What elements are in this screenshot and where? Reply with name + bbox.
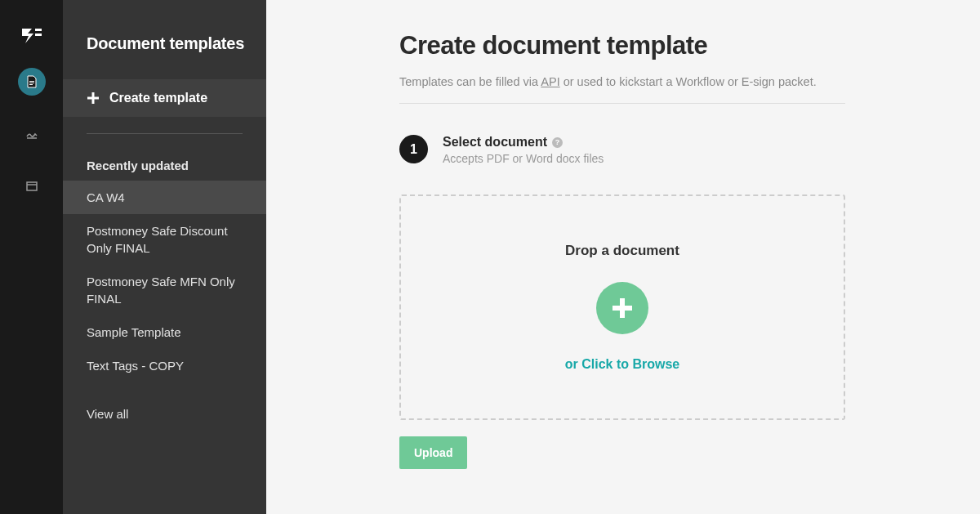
- main-divider: [399, 103, 845, 104]
- sidebar-title: Document templates: [63, 0, 266, 53]
- svg-rect-2: [29, 84, 33, 85]
- recent-heading: Recently updated: [63, 134, 266, 181]
- api-link[interactable]: API: [541, 75, 559, 88]
- step-number-badge: 1: [399, 135, 428, 163]
- template-item[interactable]: CA W4: [63, 181, 266, 214]
- main-content: Create document template Templates can b…: [266, 0, 980, 514]
- template-list: CA W4 Postmoney Safe Discount Only FINAL…: [63, 181, 266, 382]
- template-item[interactable]: Text Tags - COPY: [63, 349, 266, 382]
- form-nav-icon[interactable]: [18, 172, 46, 200]
- templates-nav-icon[interactable]: [18, 68, 46, 96]
- svg-rect-1: [29, 83, 34, 83]
- signature-nav-icon[interactable]: [18, 120, 46, 148]
- help-icon[interactable]: ?: [552, 137, 563, 148]
- create-template-button[interactable]: Create template: [63, 79, 266, 117]
- browse-link[interactable]: or Click to Browse: [565, 357, 679, 372]
- logo[interactable]: [22, 29, 42, 43]
- step-info: Select document ? Accepts PDF or Word do…: [443, 135, 604, 165]
- step-header: 1 Select document ? Accepts PDF or Word …: [399, 135, 915, 165]
- upload-button[interactable]: Upload: [399, 436, 467, 469]
- create-template-label: Create template: [109, 91, 207, 105]
- page-subtitle: Templates can be filled via API or used …: [399, 75, 915, 88]
- drop-plus-icon: [596, 282, 648, 334]
- plus-icon: [87, 92, 100, 105]
- svg-rect-9: [612, 306, 632, 311]
- svg-rect-4: [27, 182, 37, 190]
- drop-zone[interactable]: Drop a document or Click to Browse: [399, 194, 845, 420]
- svg-rect-0: [29, 81, 34, 82]
- template-item[interactable]: Postmoney Safe MFN Only FINAL: [63, 265, 266, 315]
- drop-title: Drop a document: [565, 243, 679, 259]
- sidebar: Document templates Create template Recen…: [63, 0, 266, 514]
- template-item[interactable]: Sample Template: [63, 315, 266, 349]
- icon-rail: [0, 0, 63, 514]
- step-title: Select document ?: [443, 135, 604, 150]
- svg-rect-7: [87, 97, 99, 100]
- template-item[interactable]: Postmoney Safe Discount Only FINAL: [63, 214, 266, 265]
- page-title: Create document template: [399, 31, 915, 60]
- view-all-link[interactable]: View all: [63, 382, 266, 429]
- step-description: Accepts PDF or Word docx files: [443, 152, 604, 165]
